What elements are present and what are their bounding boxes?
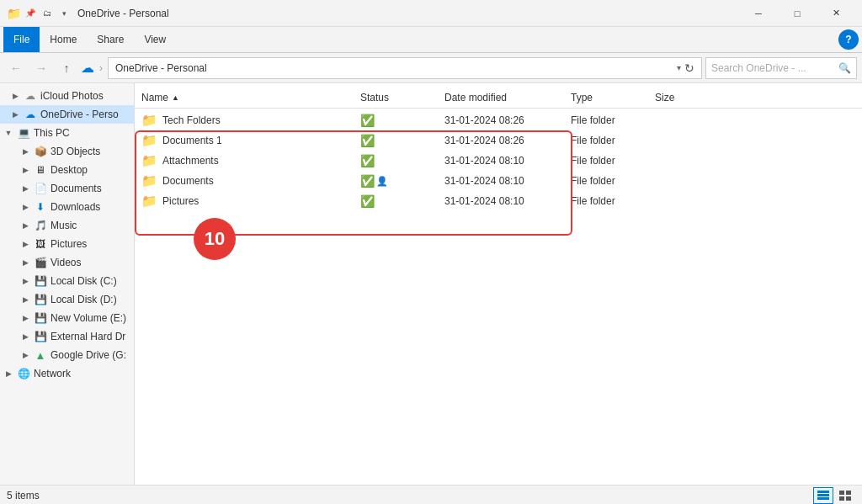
close-button[interactable]: ✕ bbox=[817, 0, 855, 27]
status-check-icon: ✅ bbox=[360, 174, 375, 188]
path-separator: › bbox=[99, 62, 103, 74]
address-input[interactable]: OneDrive - Personal ▾ ↻ bbox=[108, 57, 702, 79]
file-name: Documents 1 bbox=[162, 135, 222, 146]
file-date: 31-01-2024 08:10 bbox=[444, 175, 571, 187]
sidebar-label-documents: Documents bbox=[51, 183, 102, 194]
sidebar-item-videos[interactable]: ▶ 🎬 Videos bbox=[0, 253, 134, 272]
sidebar-item-desktop[interactable]: ▶ 🖥 Desktop bbox=[0, 161, 134, 179]
tab-home[interactable]: Home bbox=[40, 27, 87, 52]
sidebar-item-downloads[interactable]: ▶ ⬇ Downloads bbox=[0, 198, 134, 216]
view-list-button[interactable] bbox=[835, 487, 855, 504]
sidebar-item-googledrive[interactable]: ▶ ▲ Google Drive (G: bbox=[0, 346, 134, 364]
sidebar-item-localdiskc[interactable]: ▶ 💾 Local Disk (C:) bbox=[0, 272, 134, 290]
file-type: File folder bbox=[571, 155, 655, 167]
title-down-icon: ▾ bbox=[57, 7, 71, 20]
folder-icon: 📁 bbox=[141, 113, 157, 128]
sidebar-label-newvolume: New Volume (E:) bbox=[51, 312, 126, 324]
title-bar: 📁 📌 🗂 ▾ OneDrive - Personal ─ □ ✕ bbox=[0, 0, 862, 27]
minimize-button[interactable]: ─ bbox=[739, 0, 778, 27]
file-type: File folder bbox=[571, 175, 655, 187]
status-check-icon: ✅ bbox=[360, 194, 375, 208]
col-header-name[interactable]: Name ▲ bbox=[141, 92, 360, 103]
table-row[interactable]: 📁 Tech Folders ✅ 31-01-2024 08:26 File f… bbox=[135, 110, 862, 130]
expand-arrow-3dobjects: ▶ bbox=[20, 146, 30, 157]
expand-arrow-newvolume: ▶ bbox=[20, 313, 30, 323]
pictures-icon: 🖼 bbox=[34, 237, 47, 251]
svg-rect-4 bbox=[846, 491, 851, 495]
sidebar-item-network[interactable]: ▶ 🌐 Network bbox=[0, 364, 134, 383]
file-list: 📁 Tech Folders ✅ 31-01-2024 08:26 File f… bbox=[135, 109, 862, 213]
expand-arrow-googledrive: ▶ bbox=[20, 350, 30, 360]
sidebar-item-thispc[interactable]: ▼ 💻 This PC bbox=[0, 124, 134, 142]
sidebar-label-externalhd: External Hard Dr bbox=[51, 331, 125, 342]
expand-arrow-localdiskc: ▶ bbox=[20, 276, 30, 286]
tab-share[interactable]: Share bbox=[87, 27, 134, 52]
view-list-icon bbox=[838, 489, 852, 502]
tab-file[interactable]: File bbox=[3, 27, 40, 52]
sidebar-item-localdiskd[interactable]: ▶ 💾 Local Disk (D:) bbox=[0, 290, 134, 309]
sidebar: ▶ ☁ iCloud Photos ▶ ☁ OneDrive - Perso ▼… bbox=[0, 83, 135, 485]
sidebar-label-googledrive: Google Drive (G: bbox=[51, 349, 126, 361]
externalhd-icon: 💾 bbox=[34, 330, 47, 343]
sidebar-label-videos: Videos bbox=[51, 257, 81, 268]
address-refresh-icon[interactable]: ↻ bbox=[684, 61, 694, 75]
back-button[interactable]: ← bbox=[5, 57, 27, 79]
sidebar-item-icloud[interactable]: ▶ ☁ iCloud Photos bbox=[0, 87, 134, 105]
help-icon[interactable]: ? bbox=[838, 29, 859, 50]
onedrive-icon: ☁ bbox=[24, 108, 37, 121]
expand-arrow-downloads: ▶ bbox=[20, 202, 30, 212]
col-header-type[interactable]: Type bbox=[571, 92, 655, 103]
expand-arrow-network: ▶ bbox=[3, 369, 13, 379]
maximize-button[interactable]: □ bbox=[778, 0, 817, 27]
annotation-number: 10 bbox=[194, 218, 236, 260]
tab-view[interactable]: View bbox=[134, 27, 176, 52]
icloud-icon: ☁ bbox=[24, 89, 37, 103]
table-row[interactable]: 📁 Pictures ✅ 31-01-2024 08:10 File folde… bbox=[135, 191, 862, 211]
search-box[interactable]: Search OneDrive - ... 🔍 bbox=[705, 57, 857, 79]
file-type: File folder bbox=[571, 195, 655, 207]
localdiskc-icon: 💾 bbox=[34, 274, 47, 288]
sidebar-item-3dobjects[interactable]: ▶ 📦 3D Objects bbox=[0, 142, 134, 161]
status-check-icon: ✅ bbox=[360, 134, 375, 147]
up-button[interactable]: ↑ bbox=[56, 57, 77, 79]
item-count: 5 items bbox=[7, 490, 40, 501]
file-type: File folder bbox=[571, 135, 655, 146]
address-dropdown-icon[interactable]: ▾ bbox=[677, 63, 681, 72]
sidebar-item-externalhd[interactable]: ▶ 💾 External Hard Dr bbox=[0, 327, 134, 346]
expand-arrow-icloud: ▶ bbox=[10, 91, 20, 101]
table-row[interactable]: 📁 Documents ✅ 👤 31-01-2024 08:10 File fo… bbox=[135, 171, 862, 191]
sidebar-label-downloads: Downloads bbox=[51, 201, 100, 213]
shared-icon: 👤 bbox=[376, 176, 388, 187]
file-name: Pictures bbox=[162, 195, 199, 207]
status-check-icon: ✅ bbox=[360, 154, 375, 167]
title-folder2-icon: 🗂 bbox=[40, 7, 54, 20]
sidebar-item-music[interactable]: ▶ 🎵 Music bbox=[0, 216, 134, 235]
desktop-icon: 🖥 bbox=[34, 163, 47, 177]
svg-rect-2 bbox=[817, 497, 829, 500]
col-header-status[interactable]: Status bbox=[360, 92, 444, 103]
svg-rect-1 bbox=[817, 494, 829, 496]
status-check-icon: ✅ bbox=[360, 114, 375, 127]
sidebar-item-documents[interactable]: ▶ 📄 Documents bbox=[0, 179, 134, 198]
sidebar-item-newvolume[interactable]: ▶ 💾 New Volume (E:) bbox=[0, 309, 134, 327]
col-header-size[interactable]: Size bbox=[655, 92, 722, 103]
col-header-date[interactable]: Date modified bbox=[444, 92, 571, 103]
file-list-container: 📁 Tech Folders ✅ 31-01-2024 08:26 File f… bbox=[135, 109, 862, 213]
thispc-icon: 💻 bbox=[17, 126, 30, 140]
sidebar-item-onedrive[interactable]: ▶ ☁ OneDrive - Perso bbox=[0, 105, 134, 124]
table-row[interactable]: 📁 Documents 1 ✅ 31-01-2024 08:26 File fo… bbox=[135, 130, 862, 151]
expand-arrow-thispc: ▼ bbox=[3, 128, 13, 138]
sidebar-label-icloud: iCloud Photos bbox=[40, 90, 104, 102]
3dobjects-icon: 📦 bbox=[34, 145, 47, 158]
title-bar-icons: 📁 📌 🗂 ▾ bbox=[7, 7, 71, 20]
expand-arrow-videos: ▶ bbox=[20, 257, 30, 268]
search-placeholder: Search OneDrive - ... bbox=[711, 62, 806, 74]
table-row[interactable]: 📁 Attachments ✅ 31-01-2024 08:10 File fo… bbox=[135, 151, 862, 171]
expand-arrow-pictures: ▶ bbox=[20, 239, 30, 249]
expand-arrow-onedrive: ▶ bbox=[10, 109, 20, 119]
sidebar-item-pictures[interactable]: ▶ 🖼 Pictures bbox=[0, 235, 134, 253]
view-buttons bbox=[813, 487, 855, 504]
forward-button[interactable]: → bbox=[30, 57, 52, 79]
view-details-button[interactable] bbox=[813, 487, 833, 504]
title-controls: ─ □ ✕ bbox=[739, 0, 855, 27]
